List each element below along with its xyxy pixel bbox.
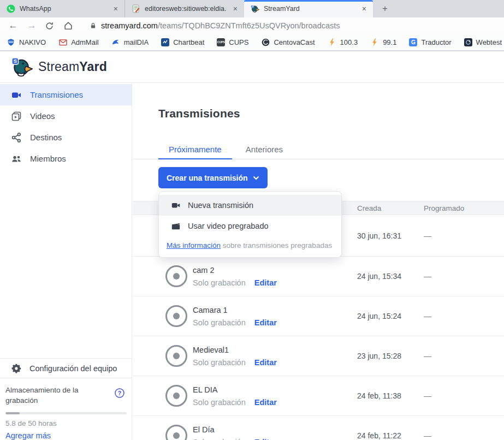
tab-anteriores[interactable]: Anteriores: [246, 140, 283, 159]
broadcast-name: Camara 1: [193, 306, 277, 314]
url-path: /teams/TQDhBC9ZNTmft6z5UsQVRyon/broadcas…: [158, 21, 340, 30]
menu-item-nueva-transmision[interactable]: Nueva transmisión: [159, 195, 341, 216]
browser-toolbar: ← → streamyard.com/teams/TQDhBC9ZNTmft6z…: [0, 17, 504, 34]
svg-text:?: ?: [118, 390, 121, 396]
forward-icon[interactable]: →: [26, 20, 37, 31]
create-broadcast-dropdown: Nueva transmisión Usar video pregrabado …: [158, 191, 342, 258]
tab-whatsapp[interactable]: WhatsApp ×: [0, 0, 124, 17]
tab-streamyard[interactable]: S StreamYard ×: [244, 0, 373, 17]
bookmark-admmail[interactable]: AdmMail: [58, 38, 99, 46]
bookmark-nakivo[interactable]: NAKIVO: [7, 38, 46, 46]
bookmark-cups[interactable]: CUPS CUPS: [217, 38, 248, 46]
address-bar[interactable]: streamyard.com/teams/TQDhBC9ZNTmft6z5UsQ…: [90, 21, 340, 30]
streamyard-duck-icon: S: [11, 57, 33, 77]
share-icon: [11, 132, 22, 143]
record-icon: [165, 345, 187, 367]
programmed-date: —: [424, 272, 431, 281]
new-tab-button[interactable]: +: [377, 1, 393, 16]
bookmark-100-3[interactable]: 100.3: [328, 38, 358, 46]
broadcast-type: Solo grabación: [193, 398, 246, 407]
reload-icon[interactable]: [45, 21, 56, 31]
broadcast-type: Solo grabación: [193, 318, 246, 327]
page-edit-icon: [132, 4, 140, 13]
streamyard-logo[interactable]: S StreamYard: [11, 57, 107, 77]
table-row[interactable]: EL DIA Solo grabación Editar 24 feb, 11:…: [133, 376, 504, 416]
globe-icon: [261, 38, 270, 46]
tab-proximamente[interactable]: Próximamente: [158, 140, 232, 159]
sidebar-item-transmisiones[interactable]: Transmisiones: [0, 84, 132, 105]
create-broadcast-button[interactable]: Crear una transmisión: [158, 167, 268, 188]
help-icon[interactable]: ?: [114, 388, 125, 399]
tab-editoresweb[interactable]: editoresweb:sitioweb:eldia.co ×: [124, 0, 244, 17]
broadcast-type: Solo grabación: [193, 438, 246, 440]
table-row[interactable]: cam 2 Solo grabación Editar 24 jun, 15:3…: [133, 257, 504, 296]
shield-icon: [7, 38, 15, 46]
record-icon: [165, 425, 187, 440]
edit-link[interactable]: Editar: [254, 398, 277, 407]
streamyard-duck-icon: S: [251, 4, 259, 13]
tab-title: editoresweb:sitioweb:eldia.co: [145, 5, 227, 13]
created-date: 24 feb, 11:22: [357, 431, 401, 440]
storage-progress-bar: [5, 412, 127, 414]
programmed-date: —: [424, 352, 431, 360]
table-row[interactable]: Medieval1 Solo grabación Editar 23 jun, …: [133, 336, 504, 376]
home-icon[interactable]: [63, 21, 74, 31]
column-header-programado: Programado: [424, 204, 464, 212]
close-icon[interactable]: ×: [360, 4, 369, 13]
edit-link[interactable]: Editar: [254, 318, 277, 327]
edit-link[interactable]: Editar: [254, 438, 277, 440]
column-header-creada: Creada: [357, 204, 381, 212]
cups-icon: CUPS: [217, 38, 225, 46]
storage-panel: Almacenamiento de la grabación ? 5.8 de …: [0, 378, 132, 440]
table-row[interactable]: El Día Solo grabación Editar 24 feb, 11:…: [133, 416, 504, 440]
gear-icon: [11, 363, 21, 373]
brand-name: StreamYard: [38, 60, 107, 74]
video-camera-icon: [171, 200, 181, 210]
sidebar-bottom: Configuración del equipo Almacenamiento …: [0, 358, 132, 440]
created-date: 30 jun, 16:31: [357, 231, 401, 240]
broadcast-name: cam 2: [193, 266, 277, 275]
svg-text:S: S: [14, 58, 17, 64]
bookmark-maildia[interactable]: mailDIA: [111, 38, 149, 46]
swirl-icon: [464, 38, 472, 46]
edit-link[interactable]: Editar: [254, 358, 277, 367]
add-more-link[interactable]: Agregar más: [5, 431, 124, 440]
created-date: 23 jun, 15:28: [357, 352, 401, 360]
mas-informacion-link[interactable]: Más información: [167, 241, 221, 249]
record-icon: [165, 265, 187, 287]
bookmark-centovacast[interactable]: CentovaCast: [261, 38, 315, 46]
close-icon[interactable]: ×: [231, 4, 240, 13]
whatsapp-icon: [7, 4, 15, 13]
translate-icon: G: [409, 38, 417, 46]
broadcast-tabs: Próximamente Anteriores: [133, 140, 504, 159]
bird-icon: [111, 38, 120, 46]
main-content: Transmisiones Próximamente Anteriores Cr…: [133, 83, 504, 440]
programmed-date: —: [424, 391, 431, 400]
sidebar-item-team-settings[interactable]: Configuración del equipo: [0, 358, 132, 378]
app-header: S StreamYard: [0, 51, 504, 83]
lock-icon: [90, 22, 97, 29]
created-date: 24 feb, 11:38: [357, 391, 401, 400]
video-camera-icon: [11, 90, 22, 100]
table-row[interactable]: Camara 1 Solo grabación Editar 24 jun, 1…: [133, 296, 504, 336]
chevron-down-icon: [253, 176, 259, 180]
browser-tab-strip: WhatsApp × editoresweb:sitioweb:eldia.co…: [0, 0, 504, 17]
bookmark-webtest[interactable]: Webtest: [464, 38, 502, 46]
sidebar-item-miembros[interactable]: Miembros: [0, 148, 132, 169]
sidebar-item-videos[interactable]: Videos: [0, 105, 132, 127]
dropdown-info-text: Más información sobre transmisiones preg…: [159, 236, 341, 257]
storage-title: Almacenamiento de la grabación: [5, 385, 104, 406]
broadcast-name: Medieval1: [193, 346, 277, 354]
lightning-icon: [328, 38, 336, 46]
bookmark-99-1[interactable]: 99.1: [370, 38, 396, 46]
tab-title: StreamYard: [264, 5, 355, 13]
edit-link[interactable]: Editar: [254, 278, 277, 287]
sidebar-item-destinos[interactable]: Destinos: [0, 127, 132, 148]
record-icon: [165, 385, 187, 407]
bookmark-chartbeat[interactable]: Chartbeat: [161, 38, 204, 46]
back-icon[interactable]: ←: [8, 20, 19, 31]
people-icon: [11, 153, 22, 164]
close-icon[interactable]: ×: [111, 4, 120, 13]
bookmark-traductor[interactable]: G Traductor: [409, 38, 451, 46]
menu-item-usar-video-pregrabado[interactable]: Usar video pregrabado: [159, 216, 341, 236]
